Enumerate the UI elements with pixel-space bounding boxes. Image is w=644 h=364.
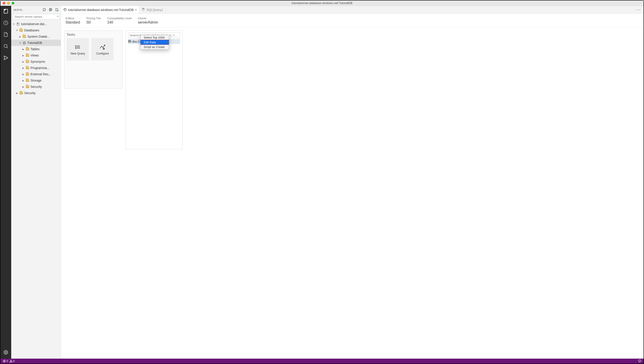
info-value: 140 — [107, 20, 132, 24]
info-label: Edition — [66, 16, 80, 20]
svg-point-17 — [142, 8, 144, 9]
search-icon[interactable] — [3, 43, 9, 49]
tree-views[interactable]: Views — [11, 52, 61, 58]
tree-db-security[interactable]: Security — [11, 84, 61, 90]
tree-databases[interactable]: Databases — [11, 27, 61, 34]
db-info-row: Edition Standard Pricing Tier S0 Compati… — [61, 14, 643, 27]
new-connection-icon[interactable] — [42, 8, 47, 12]
search-result-label: dbo.Cu — [132, 40, 142, 43]
svg-point-36 — [639, 360, 639, 361]
tree-system-databases[interactable]: System Datab... — [11, 34, 61, 40]
window-title: tutorialserver.database.windows.net:Tuto… — [1, 1, 643, 5]
warning-icon — [10, 360, 13, 363]
tree-programmability[interactable]: Programma... — [11, 65, 61, 71]
svg-point-7 — [5, 352, 7, 353]
task-new-query[interactable]: New Query — [67, 38, 89, 60]
svg-point-4 — [4, 56, 5, 57]
svg-point-35 — [638, 360, 641, 362]
tree-tutorialdb[interactable]: TutorialDB — [11, 40, 61, 46]
new-group-icon[interactable] — [48, 8, 53, 12]
svg-point-37 — [640, 360, 640, 361]
folder-icon — [26, 54, 29, 57]
folder-icon — [19, 28, 23, 32]
svg-point-15 — [23, 42, 25, 42]
tasks-panel: Tasks New Query — [64, 30, 123, 89]
menu-select-top-1000[interactable]: Select Top 1000 — [141, 35, 169, 40]
tree-databases-label: Databases — [24, 28, 39, 32]
info-edition: Edition Standard — [66, 16, 80, 24]
tree-external-resources[interactable]: External Res... — [11, 71, 61, 77]
folder-icon — [26, 85, 29, 88]
server-connect-icon[interactable] — [55, 8, 60, 12]
status-warnings[interactable]: 0 — [10, 360, 15, 363]
tree-storage[interactable]: Storage — [11, 77, 61, 84]
settings-gear-icon[interactable] — [3, 349, 9, 356]
server-icon — [16, 22, 20, 26]
tree-item-label: Synonyms — [31, 60, 45, 64]
svg-rect-11 — [56, 8, 58, 11]
window-titlebar: tutorialserver.database.windows.net:Tuto… — [1, 0, 643, 6]
folder-icon — [26, 47, 29, 51]
tab-label: SQLQuery1 — [146, 8, 163, 12]
explorer-icon[interactable] — [3, 32, 9, 38]
tree-server-root-label: tutorialserver.dat... — [21, 22, 47, 26]
database-icon — [23, 41, 26, 44]
context-menu: Select Top 1000 Edit Data Script as Crea… — [140, 35, 169, 50]
folder-icon — [23, 35, 26, 38]
tree-item-label: Views — [31, 54, 39, 57]
sidebar: SERVE.. × — [11, 6, 61, 358]
clear-icon[interactable]: × — [57, 14, 59, 18]
status-feedback-icon[interactable] — [638, 359, 641, 363]
tree-tutorialdb-label: TutorialDB — [27, 41, 42, 44]
info-label: Compatibility Level — [107, 16, 132, 20]
info-pricing-tier: Pricing Tier S0 — [86, 16, 101, 24]
folder-icon — [26, 60, 29, 64]
svg-point-5 — [4, 59, 5, 60]
tab-overflow-icon[interactable]: ··· — [633, 6, 643, 14]
svg-rect-25 — [128, 40, 131, 42]
error-icon — [3, 360, 6, 363]
sidebar-title: SERVE.. — [14, 8, 41, 11]
task-configure[interactable]: Configure — [91, 38, 114, 60]
configure-icon — [99, 44, 106, 50]
tree-item-label: External Res... — [31, 72, 51, 76]
table-icon — [128, 40, 132, 44]
tree-security[interactable]: Security — [11, 90, 61, 96]
svg-point-12 — [58, 10, 59, 12]
sidebar-search-input[interactable] — [13, 14, 60, 20]
tree-system-databases-label: System Datab... — [27, 35, 50, 38]
tab-dashboard[interactable]: tutorialserver.database.windows.net:Tuto… — [61, 6, 139, 14]
tree-tables[interactable]: Tables — [11, 46, 61, 52]
tree-server-root[interactable]: tutorialserver.dat... — [11, 21, 61, 27]
folder-icon — [26, 79, 29, 82]
editor-area: tutorialserver.database.windows.net:Tuto… — [61, 6, 643, 358]
tree-item-label: Programma... — [31, 66, 50, 70]
svg-point-3 — [4, 44, 7, 48]
svg-point-34 — [11, 362, 11, 362]
status-errors[interactable]: 0 — [3, 360, 8, 363]
svg-rect-1 — [5, 9, 6, 10]
info-value: Standard — [66, 20, 80, 24]
db-stack-icon — [142, 8, 145, 12]
tree-item-label: Security — [31, 85, 42, 88]
info-value: serverAdmin — [138, 20, 158, 24]
status-warning-count: 0 — [13, 360, 15, 363]
tree-synonyms[interactable]: Synonyms — [11, 58, 61, 65]
menu-script-as-create[interactable]: Script as Create — [141, 44, 169, 49]
tab-sqlquery[interactable]: SQLQuery1 — [139, 6, 166, 14]
info-label: Owner — [138, 16, 158, 20]
servers-icon[interactable] — [3, 8, 9, 14]
close-icon[interactable]: × — [135, 8, 137, 12]
svg-point-21 — [76, 46, 76, 46]
source-control-icon[interactable] — [3, 55, 9, 61]
task-label: New Query — [71, 52, 85, 55]
task-label: Configure — [96, 52, 109, 55]
tree-item-label: Storage — [31, 79, 42, 82]
new-query-icon — [75, 44, 81, 50]
history-icon[interactable] — [3, 20, 9, 26]
info-owner: Owner serverAdmin — [138, 16, 158, 24]
dashboard-icon — [63, 8, 67, 12]
menu-edit-data[interactable]: Edit Data — [140, 40, 169, 45]
tasks-title: Tasks — [67, 32, 120, 36]
folder-icon — [19, 91, 23, 95]
